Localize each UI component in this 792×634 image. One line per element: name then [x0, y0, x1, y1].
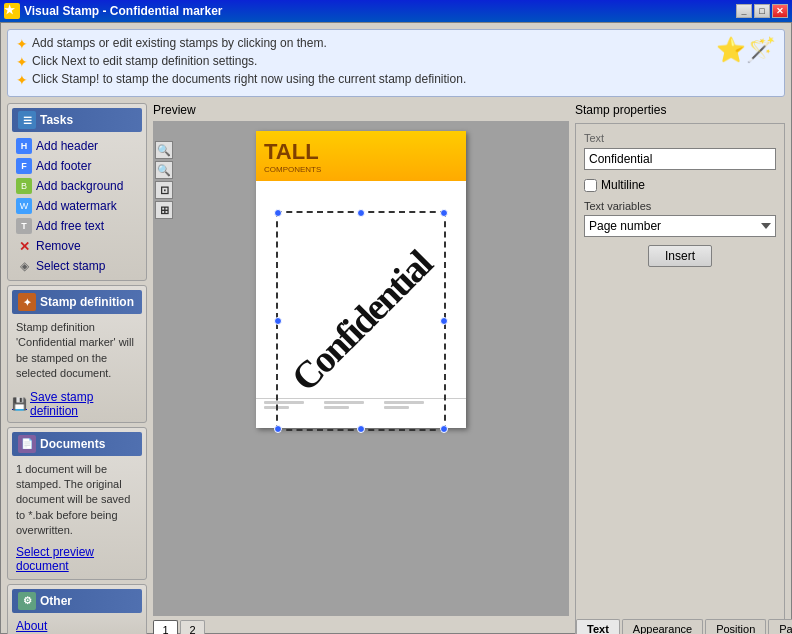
main-window: ✦ Add stamps or edit existing stamps by … [0, 22, 792, 634]
tasks-label: Tasks [40, 113, 73, 127]
zoom-fit-button[interactable]: ⊡ [155, 181, 173, 199]
sidebar-item-remove[interactable]: ✕ Remove [12, 236, 142, 256]
info-text-1: Add stamps or edit existing stamps by cl… [32, 36, 327, 50]
wand-area: ⭐🪄 [716, 36, 776, 64]
bullet-icon-1: ✦ [16, 36, 28, 52]
other-header: ⚙ Other [12, 589, 142, 613]
tab-position[interactable]: Position [705, 619, 766, 634]
info-bar: ✦ Add stamps or edit existing stamps by … [7, 29, 785, 97]
title-bar: ★ Visual Stamp - Confidential marker _ □… [0, 0, 792, 22]
save-stamp-label: Save stamp definition [30, 390, 142, 418]
info-lines: ✦ Add stamps or edit existing stamps by … [16, 36, 708, 90]
add-header-icon: H [16, 138, 32, 154]
props-tabs: Text Appearance Position Pages [576, 619, 784, 634]
add-footer-label: Add footer [36, 159, 91, 173]
zoom-out-button[interactable]: 🔍 [155, 161, 173, 179]
other-label: Other [40, 594, 72, 608]
handle-br[interactable] [440, 425, 448, 433]
sidebar-item-add-header[interactable]: H Add header [12, 136, 142, 156]
window-title: Visual Stamp - Confidential marker [24, 4, 736, 18]
tasks-header: ☰ Tasks [12, 108, 142, 132]
documents-icon: 📄 [18, 435, 36, 453]
handle-tr[interactable] [440, 209, 448, 217]
document-preview: TALL COMPONENTS [256, 131, 466, 428]
props-inner: Text Multiline Text variables Page numbe… [576, 124, 784, 619]
preview-container: 🔍 🔍 ⊡ ⊞ TALL COMPONENTS [153, 121, 569, 616]
close-button[interactable]: ✕ [772, 4, 788, 18]
sidebar-item-select-stamp[interactable]: ◈ Select stamp [12, 256, 142, 276]
sidebar-item-add-footer[interactable]: F Add footer [12, 156, 142, 176]
handle-t[interactable] [357, 209, 365, 217]
stamp-def-desc: Stamp definition 'Confidential marker' w… [12, 318, 142, 386]
stamp-properties: Stamp properties Text Multiline Text var… [575, 103, 785, 634]
stamp-text-input[interactable] [584, 148, 776, 170]
preview-area: Preview 🔍 🔍 ⊡ ⊞ TALL COMPONENTS [153, 103, 569, 634]
add-watermark-label: Add watermark [36, 199, 117, 213]
info-text-3: Click Stamp! to stamp the documents righ… [32, 72, 466, 86]
doc-header-bar: TALL COMPONENTS [256, 131, 466, 181]
documents-desc: 1 document will be stamped. The original… [12, 460, 142, 543]
save-stamp-link[interactable]: 💾 Save stamp definition [12, 390, 142, 418]
other-icon: ⚙ [18, 592, 36, 610]
add-header-label: Add header [36, 139, 98, 153]
multiline-label: Multiline [601, 178, 645, 192]
bullet-icon-2: ✦ [16, 54, 28, 70]
sidebar: ☰ Tasks H Add header F Add footer B Add … [7, 103, 147, 634]
sidebar-item-add-free-text[interactable]: T Add free text [12, 216, 142, 236]
page-tab-2[interactable]: 2 [180, 620, 205, 634]
handle-b[interactable] [357, 425, 365, 433]
tab-appearance[interactable]: Appearance [622, 619, 703, 634]
save-icon: 💾 [12, 397, 27, 411]
info-line-3: ✦ Click Stamp! to stamp the documents ri… [16, 72, 708, 88]
stamp-definition-section: ✦ Stamp definition Stamp definition 'Con… [7, 285, 147, 423]
tab-text[interactable]: Text [576, 619, 620, 634]
bullet-icon-3: ✦ [16, 72, 28, 88]
zoom-in-button[interactable]: 🔍 [155, 141, 173, 159]
stamp-overlay[interactable]: Confidential [276, 211, 446, 431]
insert-button[interactable]: Insert [648, 245, 712, 267]
stamp-text: Confidential [282, 242, 439, 399]
tasks-section: ☰ Tasks H Add header F Add footer B Add … [7, 103, 147, 281]
about-label: About [16, 619, 47, 633]
documents-section: 📄 Documents 1 document will be stamped. … [7, 427, 147, 580]
add-background-label: Add background [36, 179, 123, 193]
text-variables-row: Text variables Page number Date Time Fil… [584, 200, 776, 237]
tab-pages[interactable]: Pages [768, 619, 792, 634]
stamp-def-icon: ✦ [18, 293, 36, 311]
handle-r[interactable] [440, 317, 448, 325]
content-area: ☰ Tasks H Add header F Add footer B Add … [1, 103, 791, 634]
multiline-row: Multiline [584, 178, 776, 192]
stamp-props-title: Stamp properties [575, 103, 785, 117]
stamp-def-header: ✦ Stamp definition [12, 290, 142, 314]
documents-header: 📄 Documents [12, 432, 142, 456]
select-stamp-icon: ◈ [16, 258, 32, 274]
info-line-1: ✦ Add stamps or edit existing stamps by … [16, 36, 708, 52]
sidebar-item-add-watermark[interactable]: W Add watermark [12, 196, 142, 216]
remove-label: Remove [36, 239, 81, 253]
sidebar-item-add-background[interactable]: B Add background [12, 176, 142, 196]
minimize-button[interactable]: _ [736, 4, 752, 18]
doc-brand: TALL COMPONENTS [264, 139, 321, 174]
remove-icon: ✕ [16, 238, 32, 254]
multiline-checkbox[interactable] [584, 179, 597, 192]
info-line-2: ✦ Click Next to edit stamp definition se… [16, 54, 708, 70]
handle-tl[interactable] [274, 209, 282, 217]
tasks-icon: ☰ [18, 111, 36, 129]
select-preview-link[interactable]: Select preview document [12, 543, 142, 575]
text-group-label: Text [584, 132, 776, 144]
doc-tall-sub: COMPONENTS [264, 165, 321, 174]
add-footer-icon: F [16, 158, 32, 174]
about-link[interactable]: About [12, 617, 142, 634]
page-tab-1[interactable]: 1 [153, 620, 178, 634]
preview-label: Preview [153, 103, 569, 117]
text-variables-label: Text variables [584, 200, 776, 212]
add-free-text-icon: T [16, 218, 32, 234]
zoom-actual-button[interactable]: ⊞ [155, 201, 173, 219]
add-background-icon: B [16, 178, 32, 194]
handle-bl[interactable] [274, 425, 282, 433]
text-variables-select[interactable]: Page number Date Time File name Page cou… [584, 215, 776, 237]
doc-body: Confidential [256, 181, 466, 398]
maximize-button[interactable]: □ [754, 4, 770, 18]
handle-l[interactable] [274, 317, 282, 325]
stamp-def-label: Stamp definition [40, 295, 134, 309]
